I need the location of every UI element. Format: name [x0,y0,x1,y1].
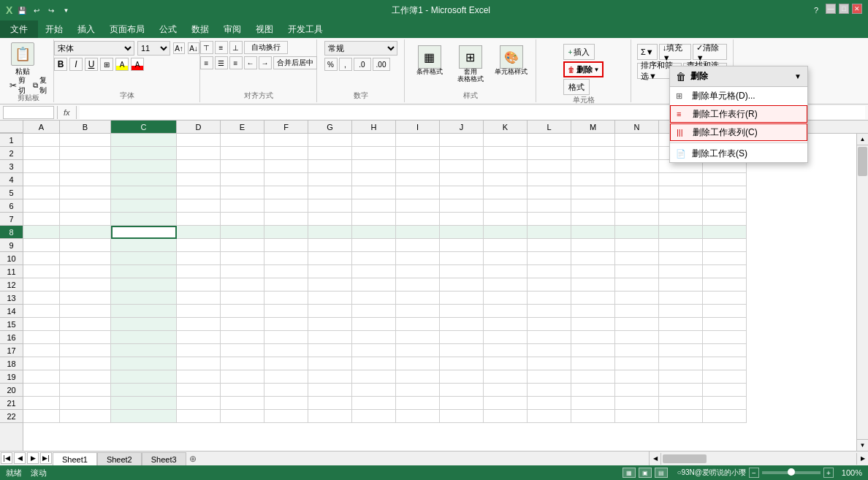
menu-page-layout[interactable]: 页面布局 [102,20,152,38]
cell-G22[interactable] [308,410,352,423]
row-header-4[interactable]: 4 [0,173,23,186]
cell-A14[interactable] [23,305,60,318]
cell-J9[interactable] [440,239,484,252]
cell-O15[interactable] [659,318,703,331]
cell-M19[interactable] [571,370,615,384]
row-header-18[interactable]: 18 [0,357,23,370]
delete-row-item[interactable]: ≡ 删除工作表行(R) [670,105,807,123]
cell-P10[interactable] [703,252,747,265]
cell-E10[interactable] [221,252,264,265]
col-header-K[interactable]: K [484,121,528,133]
cell-E5[interactable] [221,186,264,199]
cell-I18[interactable] [396,357,440,370]
close-btn[interactable]: ✕ [852,4,862,14]
view-preview-btn[interactable]: ▤ [655,468,668,478]
cell-L14[interactable] [528,305,571,318]
cell-F11[interactable] [264,265,308,278]
cell-D21[interactable] [177,397,221,410]
cell-J4[interactable] [440,173,484,186]
cell-C16[interactable] [111,331,177,344]
cell-K16[interactable] [484,331,528,344]
cell-M18[interactable] [571,357,615,370]
cell-M15[interactable] [571,318,615,331]
underline-btn[interactable]: U [85,58,98,71]
cell-J16[interactable] [440,331,484,344]
cell-N8[interactable] [615,226,659,239]
cell-A4[interactable] [23,173,60,186]
cell-K2[interactable] [484,147,528,160]
quick-redo-btn[interactable]: ↪ [45,4,58,17]
cell-J3[interactable] [440,160,484,173]
cell-F16[interactable] [264,331,308,344]
cell-I11[interactable] [396,265,440,278]
cell-K14[interactable] [484,305,528,318]
cell-I12[interactable] [396,278,440,292]
cell-L17[interactable] [528,344,571,357]
cell-N4[interactable] [615,173,659,186]
cell-N17[interactable] [615,344,659,357]
percent-btn[interactable]: % [324,58,338,71]
v-scroll-down-btn[interactable]: ▼ [857,439,868,451]
cell-P9[interactable] [703,239,747,252]
row-header-16[interactable]: 16 [0,331,23,344]
cell-K9[interactable] [484,239,528,252]
sheet-tab-3[interactable]: Sheet3 [142,452,186,465]
cell-O11[interactable] [659,265,703,278]
cell-E9[interactable] [221,239,264,252]
cell-N18[interactable] [615,357,659,370]
cell-M20[interactable] [571,384,615,397]
cell-K10[interactable] [484,252,528,265]
cell-F13[interactable] [264,292,308,305]
cell-F19[interactable] [264,370,308,384]
cell-D13[interactable] [177,292,221,305]
cell-O21[interactable] [659,397,703,410]
cell-E13[interactable] [221,292,264,305]
cell-H4[interactable] [352,173,396,186]
cell-O14[interactable] [659,305,703,318]
cell-G13[interactable] [308,292,352,305]
cell-M16[interactable] [571,331,615,344]
cell-B9[interactable] [60,239,111,252]
cell-H3[interactable] [352,160,396,173]
fill-btn[interactable]: ↓填充▼ [659,44,691,60]
cell-H13[interactable] [352,292,396,305]
italic-btn[interactable]: I [69,58,83,71]
cell-C3[interactable] [111,160,177,173]
delete-header-btn[interactable]: 🗑 删除 ▼ [670,66,807,87]
align-left-btn[interactable]: ≡ [200,56,213,69]
cell-G6[interactable] [308,199,352,213]
cell-O9[interactable] [659,239,703,252]
cell-H14[interactable] [352,305,396,318]
cell-G21[interactable] [308,397,352,410]
cell-O4[interactable] [659,173,703,186]
cell-F20[interactable] [264,384,308,397]
cell-E1[interactable] [221,134,264,147]
cell-C9[interactable] [111,239,177,252]
cell-B20[interactable] [60,384,111,397]
cell-E12[interactable] [221,278,264,292]
cell-D19[interactable] [177,370,221,384]
cell-J5[interactable] [440,186,484,199]
cell-E11[interactable] [221,265,264,278]
cell-K7[interactable] [484,213,528,226]
v-scroll-up-btn[interactable]: ▲ [857,134,868,145]
cell-O17[interactable] [659,344,703,357]
sheet-nav-prev[interactable]: ◀ [14,452,26,464]
h-scrollbar[interactable]: ◀ ▶ [649,452,868,465]
cell-C13[interactable] [111,292,177,305]
cell-E22[interactable] [221,410,264,423]
cell-E21[interactable] [221,397,264,410]
cell-A3[interactable] [23,160,60,173]
cell-M2[interactable] [571,147,615,160]
indent-decrease-btn[interactable]: ← [244,56,257,69]
cell-I17[interactable] [396,344,440,357]
row-header-10[interactable]: 10 [0,252,23,265]
cell-A13[interactable] [23,292,60,305]
cell-M6[interactable] [571,199,615,213]
cell-J12[interactable] [440,278,484,292]
cell-J15[interactable] [440,318,484,331]
cell-F9[interactable] [264,239,308,252]
cell-O8[interactable] [659,226,703,239]
cell-H11[interactable] [352,265,396,278]
cell-O7[interactable] [659,213,703,226]
